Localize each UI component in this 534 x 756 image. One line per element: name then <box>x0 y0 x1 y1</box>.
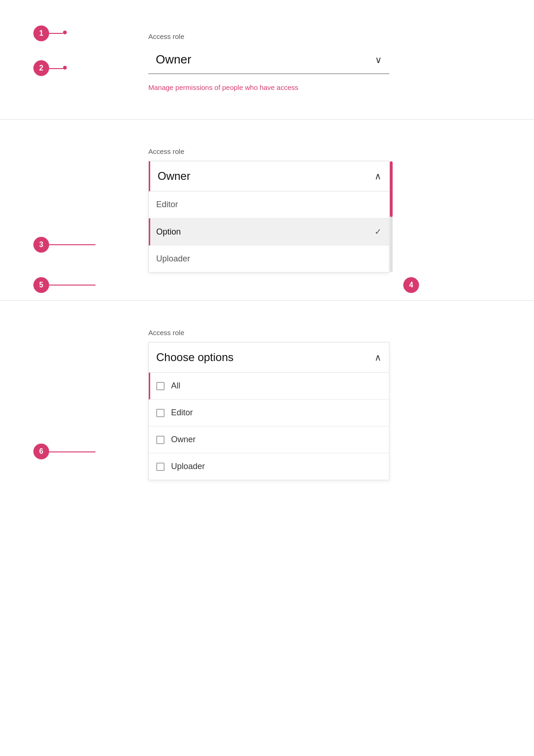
badge-3: 3 <box>33 237 49 253</box>
multi-item-editor[interactable]: Editor <box>149 400 389 426</box>
dropdown-selected-label: Owner <box>158 170 191 183</box>
badge-2: 2 <box>33 60 49 76</box>
check-icon: ✓ <box>375 227 381 237</box>
multi-item-all[interactable]: All <box>149 373 389 400</box>
multi-dropdown-header[interactable]: Choose options ∧ <box>149 343 389 373</box>
select-closed-dropdown[interactable]: Owner ∨ <box>148 46 389 74</box>
multi-select-dropdown: Choose options ∧ All Editor Owner Up <box>148 342 389 480</box>
chevron-down-icon: ∨ <box>375 54 382 65</box>
badge-1: 1 <box>33 25 49 41</box>
multi-item-label-owner: Owner <box>171 435 196 445</box>
section3-content: Access role Choose options ∧ All Editor … <box>148 329 478 480</box>
section1-content: Access role Owner ∨ Manage permissions o… <box>148 32 478 91</box>
dropdown-item-uploader[interactable]: Uploader <box>149 246 389 272</box>
scrollbar-track <box>390 161 393 272</box>
dropdown-item-label-editor: Editor <box>156 200 178 210</box>
badge-5: 5 <box>33 277 49 293</box>
badge-4: 4 <box>403 277 419 293</box>
connector-line-5 <box>49 285 95 286</box>
scrollbar-thumb <box>390 161 393 217</box>
multi-item-uploader[interactable]: Uploader <box>149 453 389 480</box>
multi-dropdown-placeholder: Choose options <box>156 351 234 364</box>
multi-item-owner[interactable]: Owner <box>149 426 389 453</box>
connector-line-6 <box>49 451 95 452</box>
checkbox-editor[interactable] <box>156 409 165 417</box>
single-select-dropdown: Owner ∧ Editor Option ✓ Uploader <box>148 161 389 273</box>
dropdown-item-label-uploader: Uploader <box>156 254 190 264</box>
multi-item-label-all: All <box>171 381 180 391</box>
section1-description: Manage permissions of people who have ac… <box>148 83 478 91</box>
dropdown-item-option[interactable]: Option ✓ <box>149 218 389 246</box>
multi-item-label-editor: Editor <box>171 408 193 418</box>
checkbox-owner[interactable] <box>156 436 165 444</box>
section1-label: Access role <box>148 32 478 40</box>
connector-dot-1 <box>63 31 67 34</box>
connector-dot-2 <box>63 66 67 70</box>
dropdown-item-label-option: Option <box>156 227 181 237</box>
checkbox-all[interactable] <box>156 382 165 390</box>
dropdown-header-owner[interactable]: Owner ∧ <box>149 161 389 191</box>
connector-line-2 <box>49 68 63 69</box>
section3-label: Access role <box>148 329 478 337</box>
multi-chevron-up-icon: ∧ <box>375 352 381 363</box>
checkbox-uploader[interactable] <box>156 463 165 471</box>
multi-item-label-uploader: Uploader <box>171 462 205 471</box>
section2-label: Access role <box>148 147 478 155</box>
connector-line-3 <box>49 244 95 245</box>
section-2: 3 5 4 Access role Owner ∧ Editor <box>0 119 534 300</box>
badge-6: 6 <box>33 444 49 459</box>
selected-value-1: Owner <box>156 52 191 67</box>
dropdown-item-editor[interactable]: Editor <box>149 191 389 218</box>
section-1: 1 2 Access role Owner ∨ Manage permissio… <box>0 0 534 119</box>
chevron-up-icon: ∧ <box>375 171 381 182</box>
connector-line-1 <box>49 33 63 34</box>
section2-content: Access role Owner ∧ Editor Option ✓ <box>148 147 478 273</box>
section-3: 6 Access role Choose options ∧ All Edito… <box>0 300 534 508</box>
